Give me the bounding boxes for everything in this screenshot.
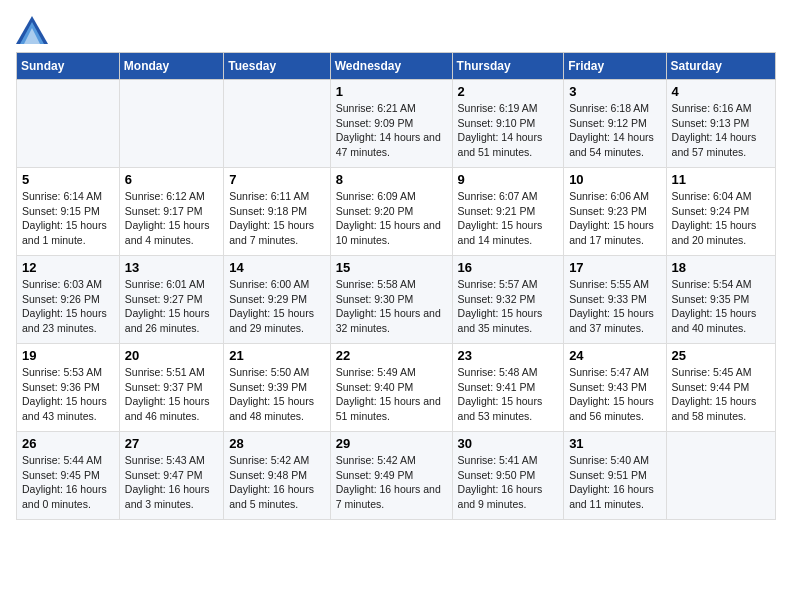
- day-number: 6: [125, 172, 218, 187]
- day-number: 15: [336, 260, 447, 275]
- calendar-cell: 6Sunrise: 6:12 AM Sunset: 9:17 PM Daylig…: [119, 168, 223, 256]
- day-number: 13: [125, 260, 218, 275]
- day-number: 12: [22, 260, 114, 275]
- day-content: Sunrise: 5:40 AM Sunset: 9:51 PM Dayligh…: [569, 453, 660, 512]
- weekday-friday: Friday: [564, 53, 666, 80]
- day-content: Sunrise: 5:44 AM Sunset: 9:45 PM Dayligh…: [22, 453, 114, 512]
- day-number: 5: [22, 172, 114, 187]
- day-number: 17: [569, 260, 660, 275]
- day-content: Sunrise: 5:51 AM Sunset: 9:37 PM Dayligh…: [125, 365, 218, 424]
- day-number: 7: [229, 172, 324, 187]
- day-content: Sunrise: 5:48 AM Sunset: 9:41 PM Dayligh…: [458, 365, 559, 424]
- calendar-cell: 5Sunrise: 6:14 AM Sunset: 9:15 PM Daylig…: [17, 168, 120, 256]
- calendar-cell: 1Sunrise: 6:21 AM Sunset: 9:09 PM Daylig…: [330, 80, 452, 168]
- calendar-cell: [666, 432, 775, 520]
- calendar-cell: [119, 80, 223, 168]
- calendar-cell: 26Sunrise: 5:44 AM Sunset: 9:45 PM Dayli…: [17, 432, 120, 520]
- calendar-cell: [17, 80, 120, 168]
- calendar-cell: 29Sunrise: 5:42 AM Sunset: 9:49 PM Dayli…: [330, 432, 452, 520]
- day-content: Sunrise: 5:45 AM Sunset: 9:44 PM Dayligh…: [672, 365, 770, 424]
- calendar-cell: 12Sunrise: 6:03 AM Sunset: 9:26 PM Dayli…: [17, 256, 120, 344]
- weekday-tuesday: Tuesday: [224, 53, 330, 80]
- day-content: Sunrise: 5:42 AM Sunset: 9:48 PM Dayligh…: [229, 453, 324, 512]
- day-content: Sunrise: 5:50 AM Sunset: 9:39 PM Dayligh…: [229, 365, 324, 424]
- day-number: 27: [125, 436, 218, 451]
- day-content: Sunrise: 5:47 AM Sunset: 9:43 PM Dayligh…: [569, 365, 660, 424]
- calendar-cell: 27Sunrise: 5:43 AM Sunset: 9:47 PM Dayli…: [119, 432, 223, 520]
- day-number: 11: [672, 172, 770, 187]
- calendar-cell: 23Sunrise: 5:48 AM Sunset: 9:41 PM Dayli…: [452, 344, 564, 432]
- weekday-wednesday: Wednesday: [330, 53, 452, 80]
- calendar-table: SundayMondayTuesdayWednesdayThursdayFrid…: [16, 52, 776, 520]
- day-number: 24: [569, 348, 660, 363]
- calendar-cell: 19Sunrise: 5:53 AM Sunset: 9:36 PM Dayli…: [17, 344, 120, 432]
- day-content: Sunrise: 5:54 AM Sunset: 9:35 PM Dayligh…: [672, 277, 770, 336]
- calendar-body: 1Sunrise: 6:21 AM Sunset: 9:09 PM Daylig…: [17, 80, 776, 520]
- day-number: 10: [569, 172, 660, 187]
- calendar-cell: 13Sunrise: 6:01 AM Sunset: 9:27 PM Dayli…: [119, 256, 223, 344]
- calendar-cell: 22Sunrise: 5:49 AM Sunset: 9:40 PM Dayli…: [330, 344, 452, 432]
- day-content: Sunrise: 6:09 AM Sunset: 9:20 PM Dayligh…: [336, 189, 447, 248]
- logo: [16, 16, 50, 44]
- day-number: 1: [336, 84, 447, 99]
- day-content: Sunrise: 5:57 AM Sunset: 9:32 PM Dayligh…: [458, 277, 559, 336]
- calendar-cell: 11Sunrise: 6:04 AM Sunset: 9:24 PM Dayli…: [666, 168, 775, 256]
- calendar-cell: 24Sunrise: 5:47 AM Sunset: 9:43 PM Dayli…: [564, 344, 666, 432]
- day-content: Sunrise: 6:16 AM Sunset: 9:13 PM Dayligh…: [672, 101, 770, 160]
- day-content: Sunrise: 6:01 AM Sunset: 9:27 PM Dayligh…: [125, 277, 218, 336]
- calendar-week-4: 19Sunrise: 5:53 AM Sunset: 9:36 PM Dayli…: [17, 344, 776, 432]
- day-content: Sunrise: 6:03 AM Sunset: 9:26 PM Dayligh…: [22, 277, 114, 336]
- day-content: Sunrise: 6:04 AM Sunset: 9:24 PM Dayligh…: [672, 189, 770, 248]
- day-content: Sunrise: 5:43 AM Sunset: 9:47 PM Dayligh…: [125, 453, 218, 512]
- calendar-cell: 3Sunrise: 6:18 AM Sunset: 9:12 PM Daylig…: [564, 80, 666, 168]
- day-number: 29: [336, 436, 447, 451]
- day-content: Sunrise: 6:21 AM Sunset: 9:09 PM Dayligh…: [336, 101, 447, 160]
- weekday-header-row: SundayMondayTuesdayWednesdayThursdayFrid…: [17, 53, 776, 80]
- weekday-saturday: Saturday: [666, 53, 775, 80]
- day-number: 14: [229, 260, 324, 275]
- day-content: Sunrise: 5:58 AM Sunset: 9:30 PM Dayligh…: [336, 277, 447, 336]
- day-number: 26: [22, 436, 114, 451]
- day-content: Sunrise: 5:55 AM Sunset: 9:33 PM Dayligh…: [569, 277, 660, 336]
- logo-icon: [16, 16, 48, 44]
- day-number: 28: [229, 436, 324, 451]
- weekday-monday: Monday: [119, 53, 223, 80]
- calendar-week-2: 5Sunrise: 6:14 AM Sunset: 9:15 PM Daylig…: [17, 168, 776, 256]
- day-content: Sunrise: 6:11 AM Sunset: 9:18 PM Dayligh…: [229, 189, 324, 248]
- page-header: [16, 16, 776, 44]
- calendar-cell: 14Sunrise: 6:00 AM Sunset: 9:29 PM Dayli…: [224, 256, 330, 344]
- calendar-cell: 16Sunrise: 5:57 AM Sunset: 9:32 PM Dayli…: [452, 256, 564, 344]
- day-number: 25: [672, 348, 770, 363]
- calendar-cell: 28Sunrise: 5:42 AM Sunset: 9:48 PM Dayli…: [224, 432, 330, 520]
- calendar-cell: 31Sunrise: 5:40 AM Sunset: 9:51 PM Dayli…: [564, 432, 666, 520]
- calendar-cell: 7Sunrise: 6:11 AM Sunset: 9:18 PM Daylig…: [224, 168, 330, 256]
- day-content: Sunrise: 5:49 AM Sunset: 9:40 PM Dayligh…: [336, 365, 447, 424]
- day-content: Sunrise: 5:53 AM Sunset: 9:36 PM Dayligh…: [22, 365, 114, 424]
- day-number: 19: [22, 348, 114, 363]
- weekday-sunday: Sunday: [17, 53, 120, 80]
- day-content: Sunrise: 6:06 AM Sunset: 9:23 PM Dayligh…: [569, 189, 660, 248]
- calendar-header: SundayMondayTuesdayWednesdayThursdayFrid…: [17, 53, 776, 80]
- day-content: Sunrise: 5:42 AM Sunset: 9:49 PM Dayligh…: [336, 453, 447, 512]
- calendar-cell: 10Sunrise: 6:06 AM Sunset: 9:23 PM Dayli…: [564, 168, 666, 256]
- day-content: Sunrise: 6:12 AM Sunset: 9:17 PM Dayligh…: [125, 189, 218, 248]
- calendar-cell: 21Sunrise: 5:50 AM Sunset: 9:39 PM Dayli…: [224, 344, 330, 432]
- day-content: Sunrise: 6:07 AM Sunset: 9:21 PM Dayligh…: [458, 189, 559, 248]
- day-content: Sunrise: 5:41 AM Sunset: 9:50 PM Dayligh…: [458, 453, 559, 512]
- day-number: 2: [458, 84, 559, 99]
- day-number: 20: [125, 348, 218, 363]
- day-number: 4: [672, 84, 770, 99]
- calendar-cell: 8Sunrise: 6:09 AM Sunset: 9:20 PM Daylig…: [330, 168, 452, 256]
- day-number: 8: [336, 172, 447, 187]
- calendar-cell: 4Sunrise: 6:16 AM Sunset: 9:13 PM Daylig…: [666, 80, 775, 168]
- calendar-cell: 17Sunrise: 5:55 AM Sunset: 9:33 PM Dayli…: [564, 256, 666, 344]
- day-content: Sunrise: 6:18 AM Sunset: 9:12 PM Dayligh…: [569, 101, 660, 160]
- calendar-week-3: 12Sunrise: 6:03 AM Sunset: 9:26 PM Dayli…: [17, 256, 776, 344]
- day-number: 18: [672, 260, 770, 275]
- day-number: 21: [229, 348, 324, 363]
- calendar-cell: 15Sunrise: 5:58 AM Sunset: 9:30 PM Dayli…: [330, 256, 452, 344]
- calendar-week-5: 26Sunrise: 5:44 AM Sunset: 9:45 PM Dayli…: [17, 432, 776, 520]
- day-content: Sunrise: 6:14 AM Sunset: 9:15 PM Dayligh…: [22, 189, 114, 248]
- day-number: 23: [458, 348, 559, 363]
- day-number: 3: [569, 84, 660, 99]
